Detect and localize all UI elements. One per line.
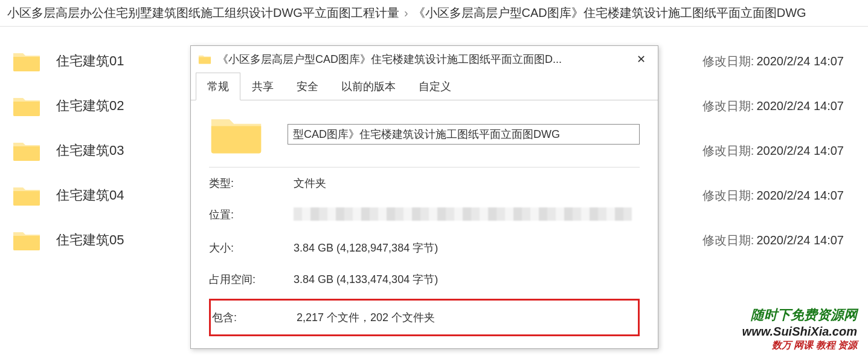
watermark: 随时下免费资源网 www.SuiShiXia.com 数万 网课 教程 资源 <box>742 307 857 352</box>
file-date-label: 修改日期: <box>702 187 754 204</box>
close-button[interactable]: ✕ <box>631 51 651 68</box>
tab-previous-versions[interactable]: 以前的版本 <box>330 73 407 100</box>
folder-icon <box>209 112 263 156</box>
dialog-titlebar[interactable]: 《小区多层高层户型CAD图库》住宅楼建筑设计施工图纸平面立面图D... ✕ <box>191 46 658 73</box>
file-date-label: 修改日期: <box>702 143 754 159</box>
highlight-annotation: 包含: 2,217 个文件，202 个文件夹 <box>209 299 640 336</box>
tab-custom[interactable]: 自定义 <box>407 73 463 100</box>
folder-name-input[interactable]: 型CAD图库》住宅楼建筑设计施工图纸平面立面图DWG <box>288 124 640 145</box>
watermark-line3: 数万 网课 教程 资源 <box>742 339 857 352</box>
contains-label: 包含: <box>212 310 297 325</box>
watermark-line1: 随时下免费资源网 <box>742 307 857 324</box>
type-value: 文件夹 <box>294 176 640 190</box>
breadcrumb: 小区多层高层办公住宅别墅建筑图纸施工组织设计DWG平立面图工程计量 › 《小区多… <box>0 0 868 27</box>
contains-value: 2,217 个文件，202 个文件夹 <box>297 310 637 325</box>
file-date-label: 修改日期: <box>702 98 754 114</box>
disk-size-label: 占用空间: <box>209 272 294 287</box>
breadcrumb-item-1[interactable]: 小区多层高层办公住宅别墅建筑图纸施工组织设计DWG平立面图工程计量 <box>7 5 399 21</box>
folder-icon <box>12 50 41 73</box>
disk-size-value: 3.84 GB (4,133,474,304 字节) <box>294 272 640 287</box>
watermark-line2: www.SuiShiXia.com <box>742 324 857 339</box>
size-value: 3.84 GB (4,128,947,384 字节) <box>294 241 640 255</box>
tab-general[interactable]: 常规 <box>196 73 240 100</box>
file-date-label: 修改日期: <box>702 53 754 70</box>
location-label: 位置: <box>209 207 294 224</box>
folder-icon <box>12 94 41 117</box>
tab-share[interactable]: 共享 <box>240 73 285 100</box>
folder-icon <box>198 54 211 65</box>
blurred-location <box>294 207 632 221</box>
dialog-title: 《小区多层高层户型CAD图库》住宅楼建筑设计施工图纸平面立面图D... <box>217 52 631 67</box>
tab-security[interactable]: 安全 <box>285 73 330 100</box>
size-label: 大小: <box>209 241 294 255</box>
folder-icon <box>12 229 41 252</box>
file-date-label: 修改日期: <box>702 232 754 249</box>
location-value <box>294 207 640 224</box>
dialog-body: 型CAD图库》住宅楼建筑设计施工图纸平面立面图DWG 类型: 文件夹 位置: 大… <box>191 100 658 348</box>
type-label: 类型: <box>209 176 294 190</box>
file-date: 2020/2/24 14:07 <box>756 189 844 203</box>
folder-icon <box>12 139 41 162</box>
file-date: 2020/2/24 14:07 <box>756 144 844 158</box>
properties-dialog: 《小区多层高层户型CAD图库》住宅楼建筑设计施工图纸平面立面图D... ✕ 常规… <box>190 45 658 349</box>
file-date: 2020/2/24 14:07 <box>756 54 844 68</box>
file-date: 2020/2/24 14:07 <box>756 233 844 247</box>
file-date: 2020/2/24 14:07 <box>756 99 844 113</box>
breadcrumb-separator: › <box>404 6 408 20</box>
dialog-tabs: 常规 共享 安全 以前的版本 自定义 <box>191 73 658 100</box>
breadcrumb-item-2[interactable]: 《小区多层高层户型CAD图库》住宅楼建筑设计施工图纸平面立面图DWG <box>413 5 806 21</box>
folder-icon <box>12 184 41 207</box>
